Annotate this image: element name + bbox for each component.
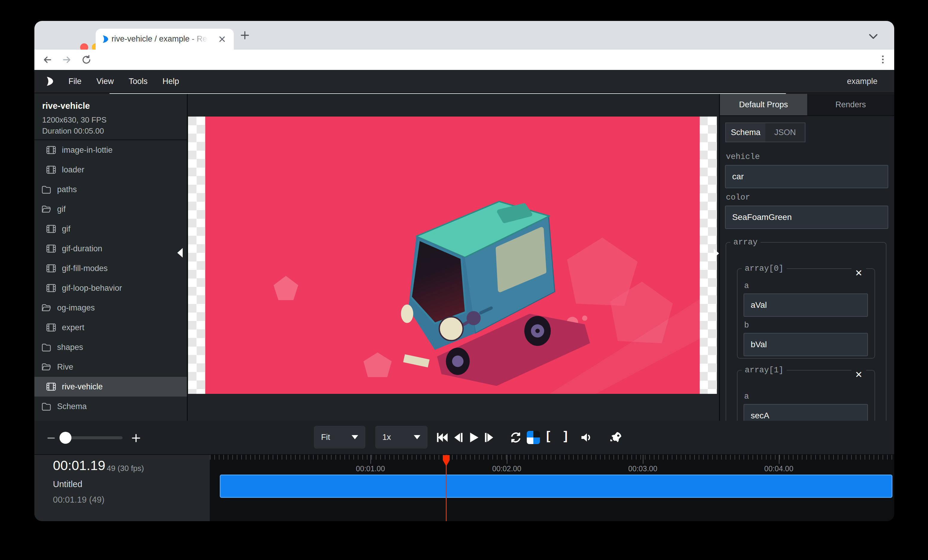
vehicle-field-label: vehicle [726,152,760,161]
ruler-major-tick [507,455,507,464]
expand-panel-handle[interactable] [714,249,719,258]
sidebar-item-label: og-images [57,303,95,313]
tab-close-icon[interactable] [218,35,227,44]
track-name: Untitled [53,479,82,489]
sidebar-item-label: gif-fill-modes [62,264,108,273]
browser-tab[interactable]: rive-vehicle / example - Remoti [96,29,234,50]
size-dropdown[interactable]: Fit [314,426,365,449]
array-0-a-input[interactable]: aVal [743,294,868,317]
toggle-json[interactable]: JSON [765,123,805,142]
previous-frame-button[interactable] [451,431,465,444]
tab-default-props[interactable]: Default Props [720,94,807,115]
folder-closed-icon [41,401,52,412]
array-0-fieldset: array[0] ✕ a aVal b bVal [737,264,875,359]
zoom-slider-thumb[interactable] [60,432,72,444]
forward-icon[interactable] [61,55,72,65]
timeline-pane[interactable]: 00:01.00 00:02.00 00:03.00 00:04.00 [210,455,894,521]
color-input[interactable]: SeaFoamGreen [725,205,888,229]
timeline-track[interactable] [220,475,893,498]
sidebar-item-label: Schema [57,402,87,411]
sidebar-item-label: gif-loop-behavior [62,284,122,293]
timeline-ruler[interactable] [210,455,894,460]
tab-search-chevron-icon[interactable] [868,32,879,41]
menu-tools[interactable]: Tools [129,77,148,86]
menu-help[interactable]: Help [163,77,179,86]
folder-open-icon [41,362,52,372]
collapse-sidebar-handle[interactable] [177,248,183,257]
sidebar-folder-paths[interactable]: paths [34,180,187,199]
size-dropdown-value: Fit [321,433,330,442]
turbo-rocket-icon[interactable] [609,431,623,444]
menu-view[interactable]: View [96,77,114,86]
sidebar-item-label: shapes [57,343,83,352]
sidebar-item-rive-vehicle[interactable]: rive-vehicle [34,377,187,397]
current-frame-info: 49 (30 fps) [107,464,144,473]
back-icon[interactable] [42,55,53,65]
tab-renders[interactable]: Renders [807,94,894,115]
props-tabs: Default Props Renders [720,94,894,116]
speed-dropdown[interactable]: 1x [375,426,427,449]
loop-toggle-button[interactable] [509,431,523,444]
sidebar-item-label: expert [62,323,84,332]
remove-array-1-icon[interactable]: ✕ [852,369,866,381]
new-tab-icon[interactable] [240,30,250,41]
sidebar-item-image-in-lottie[interactable]: image-in-lottie [34,140,187,160]
vehicle-input[interactable]: car [725,165,888,188]
sidebar-item-label: rive-vehicle [62,382,103,391]
array-1-fieldset: array[1] ✕ a secA b [737,366,875,421]
tab-title-fade [188,31,217,48]
sidebar-folder-rive[interactable]: Rive [34,357,187,377]
array-0-b-input[interactable]: bVal [743,333,868,356]
playhead-handle[interactable] [442,455,450,467]
remove-array-0-icon[interactable]: ✕ [852,267,866,279]
transparency-checkerboard-toggle[interactable] [527,431,540,444]
volume-button[interactable] [580,431,594,444]
array-field-label: array [730,238,760,247]
sidebar-item-expert[interactable]: expert [34,318,187,337]
jump-to-start-button[interactable] [435,431,449,444]
set-out-point-button[interactable]: ] [563,429,568,443]
sidebar-item-gif-duration[interactable]: gif-duration [34,239,187,259]
folder-closed-icon [41,342,52,353]
next-frame-button[interactable] [482,431,496,444]
schema-json-toggle: Schema JSON [725,123,806,142]
browser-menu-icon[interactable] [878,54,888,65]
composition-duration: Duration 00:05.00 [42,125,179,137]
speed-dropdown-value: 1x [382,433,391,442]
sidebar-item-label: gif [62,224,70,234]
play-button[interactable] [466,431,480,444]
sidebar-item-label: loader [62,165,84,175]
sidebar-folder-shapes[interactable]: shapes [34,337,187,357]
remotion-logo-icon[interactable] [43,75,55,87]
folder-open-icon [41,303,52,313]
sidebar-folder-schema[interactable]: Schema [34,397,187,416]
toggle-schema[interactable]: Schema [726,123,765,142]
sidebar-folder-gif[interactable]: gif [34,199,187,219]
project-name-label: example [847,77,878,86]
track-duration: 00:01.19 (49) [53,495,105,505]
menu-file[interactable]: File [69,77,82,86]
array-1-a-input[interactable]: secA [743,404,868,421]
color-field-label: color [726,193,750,202]
sidebar-item-gif[interactable]: gif [34,219,187,239]
zoom-out-icon[interactable] [46,433,56,443]
zoom-in-icon[interactable] [131,433,141,443]
remotion-favicon-icon [100,34,110,44]
folder-open-icon [41,204,52,215]
composition-resolution: 1200x630, 30 FPS [42,114,179,125]
compositions-sidebar: rive-vehicle 1200x630, 30 FPS Duration 0… [34,94,187,421]
composition-canvas[interactable] [188,117,717,394]
sidebar-item-gif-fill-modes[interactable]: gif-fill-modes [34,259,187,278]
browser-toolbar: localhost:3000/rive-vehicle [34,50,894,70]
composition-title: rive-vehicle [42,101,179,111]
sidebar-item-gif-loop-behavior[interactable]: gif-loop-behavior [34,278,187,298]
set-in-point-button[interactable]: [ [546,429,550,443]
current-timecode: 00:01.19 [53,458,105,473]
vehicle-value: car [732,172,744,181]
reload-icon[interactable] [81,55,92,65]
folder-closed-icon [41,184,52,195]
film-icon [46,243,56,254]
sidebar-item-loader[interactable]: loader [34,160,187,180]
sidebar-folder-og-images[interactable]: og-images [34,298,187,318]
ruler-major-tick [643,455,643,464]
